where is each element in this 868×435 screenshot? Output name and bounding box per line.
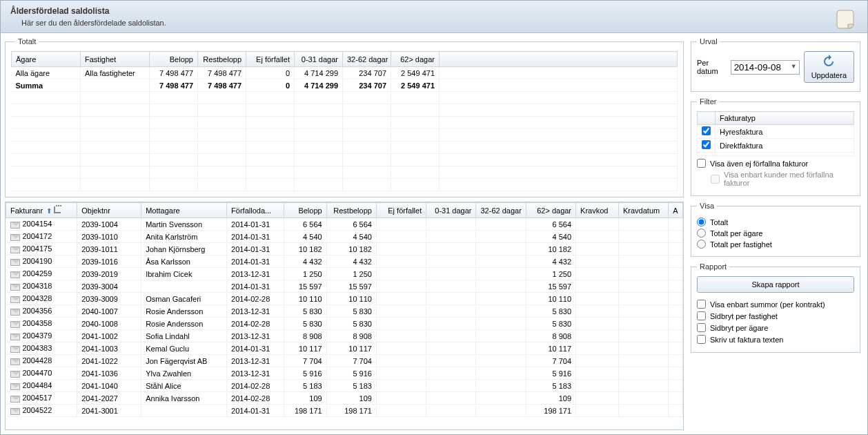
per-datum-input[interactable] <box>731 60 800 75</box>
page-subtitle: Här ser du den åldersfördelade saldolist… <box>21 19 858 27</box>
skapa-rapport-button[interactable]: Skapa rapport <box>697 276 854 293</box>
envelope-icon <box>10 309 20 316</box>
visa-radio-label: Totalt per fastighet <box>710 240 772 249</box>
column-chooser-icon <box>54 206 61 213</box>
detail-col-header[interactable]: Förfalloda... <box>227 203 284 218</box>
detail-row[interactable]: 20041752039-1011Johan Kjörnsberg2014-01-… <box>6 243 683 255</box>
rapport-check-label: Visa enbart summor (per kontrakt) <box>710 300 825 309</box>
detail-row[interactable]: 20044282041-1022Jon Fägerqvist AB2013-12… <box>6 355 683 367</box>
detail-row[interactable]: 20041722039-1010Anita Karlström2014-01-3… <box>6 231 683 243</box>
visa-radio-label: Totalt per ägare <box>710 229 762 238</box>
filter-col-header[interactable]: Fakturatyp <box>716 112 854 125</box>
detail-row[interactable]: 20043582040-1008Rosie Andersson2014-02-2… <box>6 318 683 330</box>
detail-col-header[interactable]: A <box>669 203 683 218</box>
visa-radio-label: Totalt <box>710 218 728 226</box>
total-grid[interactable]: ÄgareFastighetBeloppRestbeloppEj förfall… <box>11 51 678 191</box>
envelope-icon <box>10 408 20 415</box>
rapport-check-label: Skriv ut faktura texten <box>710 336 783 344</box>
envelope-icon <box>10 234 20 241</box>
total-col-header[interactable]: Ej förfallet <box>246 52 295 67</box>
filter-label: Hyresfaktura <box>716 125 854 139</box>
page-title: Åldersfördelad saldolista <box>10 6 858 16</box>
visa-ej-forfallna-label: Visa även ej förfallna fakturor <box>710 160 808 168</box>
envelope-icon <box>10 346 20 353</box>
rapport-legend: Rapport <box>697 262 729 271</box>
filter-legend: Filter <box>697 97 719 106</box>
sort-asc-icon: ⬆ <box>46 207 52 215</box>
envelope-icon <box>10 334 20 340</box>
visa-ej-forfallna-checkbox[interactable] <box>697 159 706 168</box>
envelope-icon <box>10 396 20 403</box>
detail-panel: Fakturanr ⬆ ObjektnrMottagareFörfalloda.… <box>5 202 684 430</box>
filter-checkbox[interactable] <box>702 126 711 135</box>
filter-label: Direktfaktura <box>716 139 854 153</box>
detail-col-header[interactable]: Fakturanr ⬆ <box>6 203 77 218</box>
total-legend: Totalt <box>15 37 39 46</box>
rapport-panel: Rapport Skapa rapport Visa enbart summor… <box>691 262 860 353</box>
envelope-icon <box>10 371 20 378</box>
detail-col-header[interactable]: Kravdatum <box>619 203 669 218</box>
urval-legend: Urval <box>697 37 720 46</box>
envelope-icon <box>10 246 20 253</box>
total-col-header[interactable]: Belopp <box>150 52 198 67</box>
envelope-icon <box>10 296 20 303</box>
detail-row[interactable]: 20043792041-1002Sofia Lindahl2013-12-318… <box>6 330 683 342</box>
rapport-check-label: Sidbryt per fastighet <box>710 312 778 320</box>
total-col-header[interactable]: Ägare <box>12 52 81 67</box>
detail-col-header[interactable]: Kravkod <box>576 203 619 218</box>
filter-row[interactable]: Direktfaktura <box>698 139 854 153</box>
detail-col-header[interactable]: Mottagare <box>141 203 227 218</box>
detail-row[interactable]: 20043182039-30042014-01-3115 59715 59715… <box>6 280 683 293</box>
detail-row[interactable]: 20045222041-30012014-01-31198 171198 171… <box>6 405 683 417</box>
detail-row[interactable]: 20042592039-2019Ibrahim Cicek2013-12-311… <box>6 268 683 280</box>
total-row[interactable]: Summa7 498 4777 498 47704 714 299234 707… <box>12 79 678 92</box>
detail-col-header[interactable]: Objektnr <box>77 203 141 218</box>
visa-radio[interactable] <box>697 218 706 226</box>
total-col-header[interactable]: Restbelopp <box>198 52 246 67</box>
detail-row[interactable]: 20045172041-2027Annika Ivarsson2014-02-2… <box>6 392 683 405</box>
detail-col-header[interactable]: Restbelopp <box>326 203 376 218</box>
total-panel: Totalt ÄgareFastighetBeloppRestbeloppEj … <box>5 37 684 197</box>
detail-col-header[interactable]: 62> dagar <box>526 203 575 218</box>
total-row[interactable]: Alla ägareAlla fastigheter7 498 4777 498… <box>12 67 678 79</box>
visa-radio[interactable] <box>697 229 706 238</box>
detail-row[interactable]: 20044702041-1036Ylva Zwahlen2013-12-315 … <box>6 367 683 380</box>
filter-grid[interactable]: Fakturatyp HyresfakturaDirektfaktura <box>697 111 854 156</box>
filter-checkbox[interactable] <box>702 140 711 149</box>
detail-col-header[interactable]: Ej förfallet <box>376 203 426 218</box>
filter-panel: Filter Fakturatyp HyresfakturaDirektfakt… <box>691 97 860 196</box>
visa-radio[interactable] <box>697 240 706 249</box>
rapport-checkbox[interactable] <box>697 300 706 309</box>
detail-row[interactable]: 20041902039-1016Åsa Karlsson2014-01-314 … <box>6 255 683 268</box>
visa-enbart-kunder-label: Visa enbart kunder med förfallna fakturo… <box>724 171 854 187</box>
detail-grid[interactable]: Fakturanr ⬆ ObjektnrMottagareFörfalloda.… <box>6 202 683 417</box>
total-col-header[interactable]: 32-62 dagar <box>343 52 391 67</box>
total-col-header[interactable]: Fastighet <box>81 52 150 67</box>
envelope-icon <box>10 271 20 278</box>
detail-row[interactable]: 20043832041-1003Kemal Guclu2014-01-3110 … <box>6 342 683 355</box>
rapport-checkbox[interactable] <box>697 311 706 320</box>
detail-row[interactable]: 20043562040-1007Rosie Andersson2013-12-3… <box>6 305 683 318</box>
detail-col-header[interactable]: 0-31 dagar <box>426 203 476 218</box>
rapport-checkbox[interactable] <box>697 335 706 344</box>
detail-col-header[interactable]: 32-62 dagar <box>476 203 526 218</box>
filter-row[interactable]: Hyresfaktura <box>698 125 854 139</box>
detail-col-header[interactable]: Belopp <box>284 203 326 218</box>
visa-legend: Visa <box>697 202 717 210</box>
detail-row[interactable]: 20041542039-1004Martin Svensson2014-01-3… <box>6 218 683 231</box>
detail-row[interactable]: 20044842041-1040Ståhl Alice2014-02-285 1… <box>6 380 683 392</box>
total-col-header[interactable]: 62> dagar <box>391 52 440 67</box>
visa-panel: Visa TotaltTotalt per ägareTotalt per fa… <box>691 202 860 257</box>
per-datum-label: Per datum <box>697 59 727 75</box>
envelope-icon <box>10 321 20 328</box>
page-header: Åldersfördelad saldolista Här ser du den… <box>1 1 867 33</box>
urval-panel: Urval Per datum ▼ Uppdatera <box>691 37 860 92</box>
envelope-icon <box>10 259 20 266</box>
rapport-checkbox[interactable] <box>697 323 706 332</box>
total-col-header[interactable]: 0-31 dagar <box>295 52 343 67</box>
rapport-check-label: Sidbryt per ägare <box>710 324 768 332</box>
detail-row[interactable]: 20043282039-3009Osman Gacaferi2014-02-28… <box>6 293 683 305</box>
uppdatera-button[interactable]: Uppdatera <box>804 51 854 83</box>
envelope-icon <box>10 358 20 365</box>
visa-enbart-kunder-checkbox <box>711 175 720 184</box>
